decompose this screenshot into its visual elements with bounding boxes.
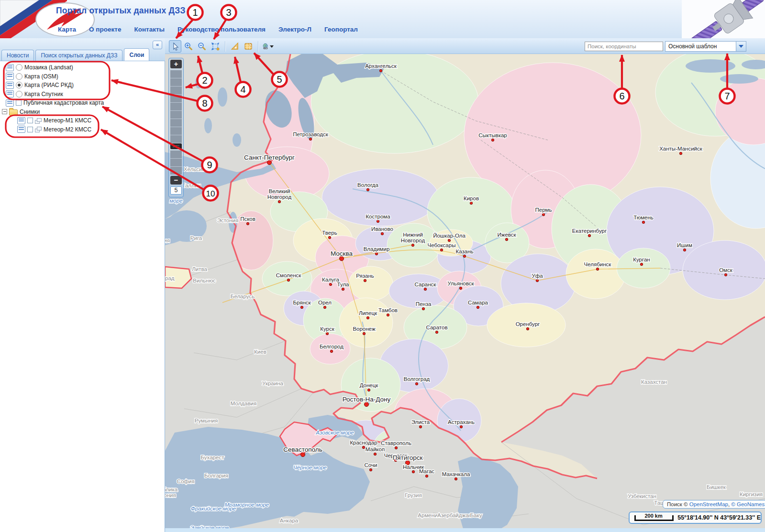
nav-map[interactable]: Карта	[58, 26, 76, 33]
foreign-label: Латвия	[165, 238, 170, 243]
layer-label: Карта Спутник	[24, 91, 63, 98]
osm-link[interactable]: OpenStreetMap	[689, 501, 728, 507]
layer-radio[interactable]	[16, 91, 22, 98]
foreign-label: Вильнюс	[193, 278, 216, 283]
layer-label: Публичная кадастровая карта	[23, 99, 104, 106]
foreign-label: Хельсинки	[184, 166, 211, 172]
zoom-slider-track[interactable]	[170, 158, 182, 166]
zoom-slider-track[interactable]	[170, 86, 182, 94]
folder-label: Снимки	[20, 109, 40, 115]
foreign-label: Баку	[470, 512, 482, 518]
city-dot	[415, 382, 418, 385]
geonames-link[interactable]: © GeoNames	[731, 501, 765, 507]
layer-checkbox[interactable]	[27, 118, 33, 123]
layer-row[interactable]: Мозаика (Landsat)	[1, 63, 164, 72]
nav-contacts[interactable]: Контакты	[134, 26, 165, 33]
city-label: Краснодар	[350, 440, 377, 445]
city-label: Сочи	[365, 462, 377, 468]
city-dot	[536, 279, 538, 282]
measure-area-tool-button[interactable]	[242, 40, 255, 53]
layer-checkbox[interactable]	[27, 127, 33, 132]
city-label: Севастополь	[283, 446, 322, 453]
nav-geoportal[interactable]: Геопортал	[324, 26, 358, 33]
scale-and-coordinates: 200 km 55°18'14.90'' N 43°59'21.33'' E	[629, 511, 762, 524]
measure-distance-tool-button[interactable]	[229, 40, 241, 53]
zoom-out-tool-button[interactable]	[196, 40, 208, 53]
map-svg[interactable]: мореАзовское мореЧёрное мореМраморное мо…	[165, 54, 765, 532]
select-caret-button[interactable]	[736, 42, 746, 51]
sea-label: море	[169, 198, 182, 204]
foreign-label: София	[177, 478, 195, 484]
zoom-slider-track[interactable]	[170, 119, 182, 127]
city-dot	[411, 244, 414, 246]
zoom-in-tool-button[interactable]	[182, 40, 195, 53]
city-dot	[422, 307, 424, 310]
tool-buttons	[169, 40, 274, 53]
layer-checkbox[interactable]	[16, 100, 22, 106]
city-dot	[477, 306, 479, 308]
nav-electro-l[interactable]: Электро-Л	[278, 26, 311, 33]
snapshots-folder-row[interactable]: Снимки	[1, 108, 164, 117]
city-dot	[362, 446, 365, 448]
city-label: Орел	[318, 300, 332, 305]
city-label: Ростов-На-Дону	[343, 396, 391, 403]
main-nav: КартаО проектеКонтактыРуководство пользо…	[58, 26, 358, 33]
zoom-slider-track[interactable]	[170, 135, 182, 143]
layer-radio[interactable]	[16, 82, 22, 88]
city-label: Элиста	[411, 419, 430, 425]
city-label: Пенза	[416, 301, 432, 307]
city-label: Челябинск	[584, 261, 612, 267]
foreign-label: Бухарест	[201, 455, 225, 460]
city-label: Ульяновск	[448, 281, 475, 286]
city-dot	[246, 222, 249, 225]
zoom-slider-track[interactable]	[170, 150, 182, 158]
foreign-label: Украина	[262, 380, 283, 386]
tab-news[interactable]: Новости	[1, 50, 34, 61]
zoom-in-button[interactable]: +	[170, 60, 182, 68]
layer-row[interactable]: Карта (OSM)	[1, 72, 164, 81]
foreign-label: Македония	[165, 492, 176, 498]
zoom-slider-track[interactable]	[170, 94, 182, 102]
layer-row[interactable]: Метеор-М2 КМСС	[1, 125, 164, 134]
city-label: Ставрополь	[381, 440, 411, 446]
template-select[interactable]: Основной шаблон	[665, 41, 746, 52]
zoom-slider-track[interactable]	[170, 70, 182, 78]
city-dot	[395, 446, 397, 449]
map-canvas[interactable]: мореАзовское мореЧёрное мореМраморное мо…	[165, 54, 765, 532]
layer-radio[interactable]	[16, 64, 22, 71]
layer-row[interactable]: Карта Спутник	[1, 90, 164, 99]
pan-tool-button[interactable]	[169, 40, 181, 53]
layer-row[interactable]: Карта (РИАС РКД)	[1, 81, 164, 90]
city-label: Курган	[633, 257, 650, 262]
city-dot	[374, 453, 376, 455]
tab-data-search[interactable]: Поиск открытых данных ДЗЗ	[35, 50, 122, 61]
attribution-prefix: Поиск ©	[667, 501, 689, 507]
layer-radio[interactable]	[16, 73, 22, 80]
zoom-extent-tool-button[interactable]	[209, 40, 222, 53]
foreign-label: Болгария	[204, 473, 228, 478]
foreign-label: Азербайджан	[437, 512, 472, 518]
search-input[interactable]	[585, 42, 663, 51]
zoom-slider-handle[interactable]	[170, 143, 182, 149]
city-dot	[459, 287, 462, 289]
tab-layers[interactable]: Слои	[124, 48, 149, 61]
nav-about[interactable]: О проекте	[89, 26, 121, 33]
collapse-minus-icon[interactable]	[2, 109, 7, 114]
layer-row[interactable]: Публичная кадастровая карта	[1, 98, 164, 108]
foreign-label: Республика	[165, 487, 178, 492]
zoom-out-button[interactable]: −	[170, 176, 182, 185]
zoom-slider-track[interactable]	[170, 127, 182, 135]
city-label: Омск	[719, 267, 733, 273]
nav-user-guide[interactable]: Руководство пользователя	[177, 26, 266, 33]
layer-row[interactable]: Метеор-М1 КМСС	[1, 116, 164, 125]
city-label: НижнийНовгород	[401, 232, 425, 243]
permalink-tool-button[interactable]	[262, 40, 274, 53]
foreign-label: Молдавия	[231, 401, 256, 406]
zoom-slider-track[interactable]	[170, 102, 182, 110]
zoom-slider-track[interactable]	[170, 78, 182, 86]
zoom-slider-track[interactable]	[170, 110, 182, 119]
zoom-slider-track[interactable]	[170, 166, 182, 174]
sidebar-collapse-button[interactable]: «	[153, 41, 162, 49]
zoom-slider[interactable]: + − 5	[168, 58, 184, 197]
city-dot	[463, 255, 466, 257]
